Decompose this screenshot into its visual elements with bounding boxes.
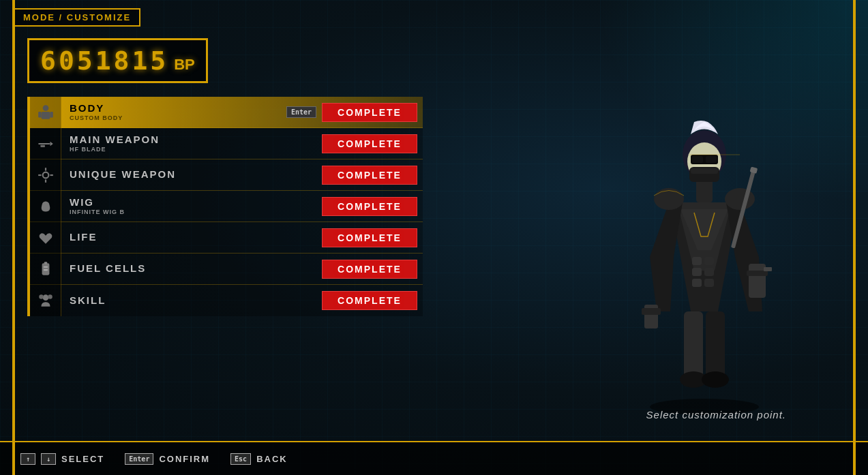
body-title: BODY xyxy=(70,103,278,114)
back-hint-control: Esc BACK xyxy=(230,453,288,465)
main-content: MODE / CUSTOMIZE 6051815 BP xyxy=(0,0,868,475)
svg-rect-2 xyxy=(38,111,41,117)
svg-rect-43 xyxy=(692,156,703,163)
skill-text: SKILL xyxy=(61,295,322,307)
fuel-cells-text: FUEL CELLS xyxy=(61,263,322,275)
confirm-hint-control: Enter CONFIRM xyxy=(125,453,210,465)
svg-rect-27 xyxy=(692,268,702,276)
svg-rect-26 xyxy=(704,257,714,265)
svg-point-7 xyxy=(42,172,48,178)
menu-item-body[interactable]: BODY CUSTOM BODY Enter COMPLETE xyxy=(30,97,423,128)
down-key: ↓ xyxy=(41,453,56,465)
body-icon-svg xyxy=(37,104,55,121)
menu-item-fuel-cells[interactable]: FUEL CELLS COMPLETE xyxy=(30,254,423,285)
svg-rect-30 xyxy=(704,279,714,287)
skill-complete-badge: COMPLETE xyxy=(322,291,417,310)
svg-rect-21 xyxy=(684,311,703,380)
select-hint-control: ↑ ↓ SELECT xyxy=(20,453,104,465)
menu-item-main-weapon[interactable]: MAIN WEAPON HF BLADE COMPLETE xyxy=(30,128,423,159)
bp-unit: BP xyxy=(174,56,195,74)
svg-rect-3 xyxy=(50,111,53,117)
life-complete-badge: COMPLETE xyxy=(322,228,417,247)
svg-rect-1 xyxy=(41,111,50,119)
main-weapon-subtitle: HF BLADE xyxy=(70,146,314,153)
back-label: BACK xyxy=(256,454,288,464)
menu-item-wig[interactable]: WIG INFINITE WIG B COMPLETE xyxy=(30,191,423,222)
wig-icon xyxy=(30,191,61,222)
customize-menu: BODY CUSTOM BODY Enter COMPLETE xyxy=(27,97,423,316)
life-text: LIFE xyxy=(61,232,322,243)
mode-label: MODE / CUSTOMIZE xyxy=(14,8,140,27)
svg-rect-29 xyxy=(692,279,702,287)
fuel-cells-icon xyxy=(30,254,61,285)
enter-key: Enter xyxy=(125,453,153,465)
character-area: Select customization point. xyxy=(423,35,841,441)
right-panel: Select customization point. xyxy=(423,35,841,441)
skill-icon-svg xyxy=(37,292,55,309)
bp-digits: 6051815 xyxy=(40,46,168,76)
wig-complete-badge: COMPLETE xyxy=(322,197,417,216)
unique-weapon-text: UNIQUE WEAPON xyxy=(61,169,322,181)
wig-title: WIG xyxy=(70,197,314,209)
svg-rect-14 xyxy=(44,262,46,264)
svg-rect-41 xyxy=(691,168,718,174)
svg-rect-22 xyxy=(706,311,725,380)
main-weapon-title: MAIN WEAPON xyxy=(70,134,314,146)
main-weapon-icon xyxy=(30,128,61,159)
svg-point-32 xyxy=(725,188,755,210)
character-figure xyxy=(588,66,820,420)
svg-rect-6 xyxy=(40,144,44,147)
bottom-bar: ↑ ↓ SELECT Enter CONFIRM Esc BACK xyxy=(0,441,868,475)
svg-rect-47 xyxy=(764,267,772,271)
svg-rect-44 xyxy=(706,156,717,163)
fuel-cells-title: FUEL CELLS xyxy=(70,263,314,275)
svg-rect-36 xyxy=(642,308,661,315)
svg-point-18 xyxy=(48,294,53,299)
wig-icon-svg xyxy=(37,198,55,215)
top-bar: MODE / CUSTOMIZE xyxy=(0,0,868,35)
unique-weapon-title: UNIQUE WEAPON xyxy=(70,169,314,181)
main-weapon-text: MAIN WEAPON HF BLADE xyxy=(61,134,322,153)
body-icon xyxy=(30,97,61,128)
main-area: 6051815 BP BODY xyxy=(0,35,868,441)
svg-rect-0 xyxy=(42,105,48,111)
svg-rect-28 xyxy=(704,268,714,276)
svg-rect-34 xyxy=(750,167,758,174)
bp-counter: 6051815 BP xyxy=(27,38,208,83)
main-weapon-complete-badge: COMPLETE xyxy=(322,134,417,153)
svg-rect-46 xyxy=(747,271,768,276)
left-border-decoration xyxy=(12,0,15,475)
up-key: ↑ xyxy=(20,453,35,465)
svg-marker-5 xyxy=(50,141,53,146)
wig-text: WIG INFINITE WIG B xyxy=(61,197,322,215)
life-icon xyxy=(30,222,61,254)
body-subtitle: CUSTOM BODY xyxy=(70,114,278,121)
select-label: SELECT xyxy=(61,454,104,464)
fuel-cells-icon-svg xyxy=(37,260,55,278)
right-border-decoration xyxy=(853,0,856,475)
menu-item-skill[interactable]: SKILL COMPLETE xyxy=(30,285,423,316)
enter-badge: Enter xyxy=(286,106,316,118)
skill-title: SKILL xyxy=(70,295,314,307)
menu-item-unique-weapon[interactable]: UNIQUE WEAPON COMPLETE xyxy=(30,159,423,191)
svg-point-19 xyxy=(39,294,44,299)
left-panel: 6051815 BP BODY xyxy=(27,35,423,441)
select-hint: Select customization point. xyxy=(646,409,786,420)
svg-rect-16 xyxy=(43,269,48,271)
unique-weapon-icon-svg xyxy=(37,166,55,184)
svg-point-31 xyxy=(654,188,684,210)
esc-key: Esc xyxy=(230,453,251,465)
svg-rect-15 xyxy=(43,266,48,267)
skill-icon xyxy=(30,285,61,316)
svg-rect-37 xyxy=(696,179,713,202)
svg-point-17 xyxy=(42,294,48,301)
fuel-cells-complete-badge: COMPLETE xyxy=(322,260,417,279)
svg-rect-25 xyxy=(692,257,702,265)
life-title: LIFE xyxy=(70,232,314,243)
menu-item-life[interactable]: LIFE COMPLETE xyxy=(30,222,423,254)
wig-subtitle: INFINITE WIG B xyxy=(70,209,314,215)
svg-rect-45 xyxy=(749,264,766,298)
unique-weapon-complete-badge: COMPLETE xyxy=(322,166,417,185)
life-icon-svg xyxy=(37,229,55,247)
svg-rect-4 xyxy=(38,142,50,144)
